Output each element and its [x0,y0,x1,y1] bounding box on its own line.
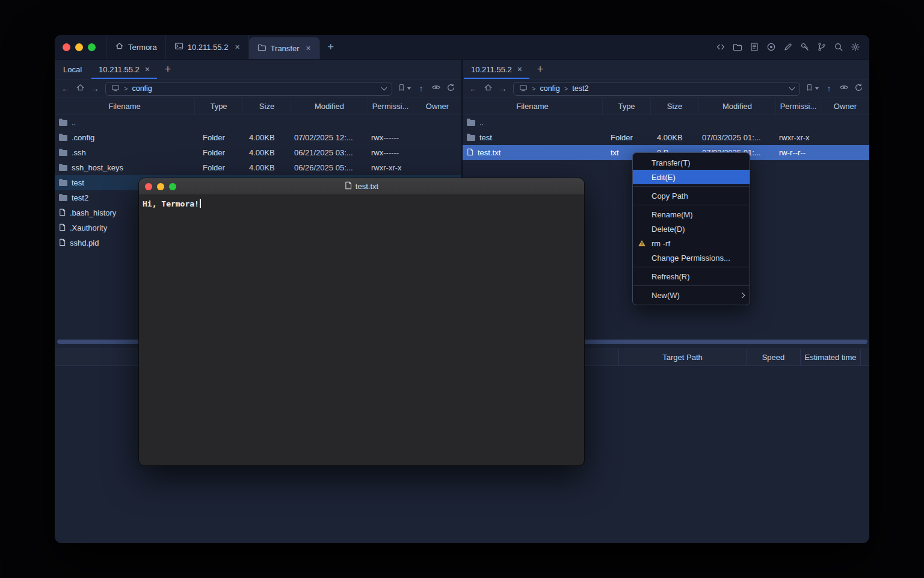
chevron-down-icon[interactable] [381,85,387,91]
forward-button[interactable]: → [90,84,100,93]
record-icon[interactable] [766,42,776,52]
up-directory-button[interactable]: ↑ [824,84,834,93]
back-button[interactable]: ← [469,84,478,93]
editor-text-area[interactable]: Hi, Termora! [139,195,584,213]
close-icon[interactable]: × [145,65,150,73]
refresh-button[interactable] [854,83,863,95]
cell-modified: 06/21/2025 03:... [291,148,368,157]
close-window-button[interactable] [63,43,70,51]
file-icon [467,148,473,158]
home-button[interactable] [484,83,493,95]
column-header-target-path[interactable]: Target Path [618,349,746,365]
bookmark-button[interactable] [398,83,411,94]
branch-icon[interactable] [816,42,827,52]
cell-modified: 07/03/2025 01:... [699,133,776,142]
tab-local[interactable]: Local [55,60,90,79]
code-icon[interactable] [715,42,725,52]
column-header-permissions[interactable]: Permissi... [776,98,821,114]
chevron-right-icon [739,292,745,298]
column-header-speed[interactable]: Speed [746,349,800,365]
show-hidden-files-button[interactable] [431,82,441,95]
path-breadcrumb[interactable]: > config > test2 [513,82,800,96]
tab-termora[interactable]: Termora [106,35,166,59]
tab-transfer[interactable]: Transfer × [249,37,320,59]
column-header-owner[interactable]: Owner [413,98,461,114]
breadcrumb-segment[interactable]: config [132,84,152,93]
left-pane-tabs: Local 10.211.55.2 × + [55,60,461,79]
tab-label: 10.211.55.2 [471,65,512,74]
refresh-button[interactable] [446,83,455,95]
tab-remote-host[interactable]: 10.211.55.2 × [90,60,158,79]
menu-item-new[interactable]: New(W) [633,288,750,302]
bookmark-button[interactable] [805,83,819,94]
edit-icon[interactable] [783,42,793,52]
tab-host-terminal[interactable]: 10.211.55.2 × [166,35,249,59]
event-log-icon[interactable] [749,42,759,52]
menu-item-transfer[interactable]: Transfer(T) [633,155,750,170]
menu-item-refresh[interactable]: Refresh(R) [633,269,750,284]
close-icon[interactable]: × [306,44,311,52]
menu-item-edit[interactable]: Edit(E) [633,170,750,184]
folder-icon [59,150,67,156]
warning-icon: ! [638,240,645,246]
home-button[interactable] [76,83,85,95]
forward-button[interactable]: → [498,84,508,93]
zoom-window-button[interactable] [88,43,96,51]
cell-filename: .ssh [55,148,195,157]
search-icon[interactable] [833,42,843,52]
minimize-window-button[interactable] [75,43,83,51]
column-header-size[interactable]: Size [651,98,699,114]
table-row[interactable]: .. [463,115,869,130]
titlebar-tabs: Termora 10.211.55.2 × Transfer × + [106,35,342,59]
path-breadcrumb[interactable]: > config [105,82,392,96]
settings-icon[interactable] [850,42,860,52]
table-row[interactable]: .ssh Folder 4.00KB 06/21/2025 03:... rwx… [55,145,461,160]
file-icon [59,223,66,233]
new-pane-tab-button[interactable]: + [158,60,177,79]
column-header-modified[interactable]: Modified [291,98,368,114]
tab-label: 10.211.55.2 [99,65,140,74]
up-directory-button[interactable]: ↑ [416,84,426,93]
minimize-window-button[interactable] [157,183,164,190]
menu-item-delete[interactable]: Delete(D) [633,222,750,236]
column-header-owner[interactable]: Owner [821,98,869,114]
breadcrumb-segment[interactable]: config [540,84,559,93]
close-icon[interactable]: × [235,43,239,51]
column-header-modified[interactable]: Modified [699,98,776,114]
tab-remote-host[interactable]: 10.211.55.2 × [463,60,531,79]
breadcrumb-segment[interactable]: test2 [572,84,588,93]
table-row[interactable]: test Folder 4.00KB 07/03/2025 01:... rwx… [463,130,869,145]
column-header-filename[interactable]: Filename [55,98,195,114]
chevron-down-icon[interactable] [789,85,795,91]
column-header-type[interactable]: Type [195,98,243,114]
left-path-bar: ← → > config ↑ [55,79,461,98]
show-hidden-files-button[interactable] [839,82,849,95]
column-header-estimated-time[interactable]: Estimated time [800,349,860,365]
column-header-filename[interactable]: Filename [463,98,603,114]
zoom-window-button[interactable] [169,183,176,190]
menu-item-change-permissions[interactable]: Change Permissions... [633,250,750,265]
folder-icon[interactable] [732,42,742,52]
left-table-header: Filename Type Size Modified Permissi... … [55,98,461,115]
column-header-permissions[interactable]: Permissi... [368,98,413,114]
column-header-size[interactable]: Size [243,98,291,114]
cell-permissions: rwx------ [368,148,413,157]
key-icon[interactable] [799,42,810,52]
menu-separator [633,186,749,187]
table-row[interactable]: .. [55,115,461,130]
traffic-lights [55,43,106,51]
table-row[interactable]: .config Folder 4.00KB 07/02/2025 12:... … [55,130,461,145]
cell-permissions: rwx------ [368,133,413,142]
column-header-type[interactable]: Type [603,98,651,114]
computer-icon [519,84,528,94]
menu-item-copy-path[interactable]: Copy Path [633,188,750,203]
new-pane-tab-button[interactable]: + [531,60,550,79]
close-icon[interactable]: × [517,65,522,73]
cell-permissions: rwxr-xr-x [368,163,413,172]
new-tab-button[interactable]: + [320,35,342,59]
menu-item-rename[interactable]: Rename(M) [633,207,750,222]
close-window-button[interactable] [145,183,152,190]
back-button[interactable]: ← [61,84,70,93]
table-row[interactable]: ssh_host_keys Folder 4.00KB 06/26/2025 0… [55,160,461,175]
menu-item-rm-rf[interactable]: ! rm -rf [633,236,750,250]
